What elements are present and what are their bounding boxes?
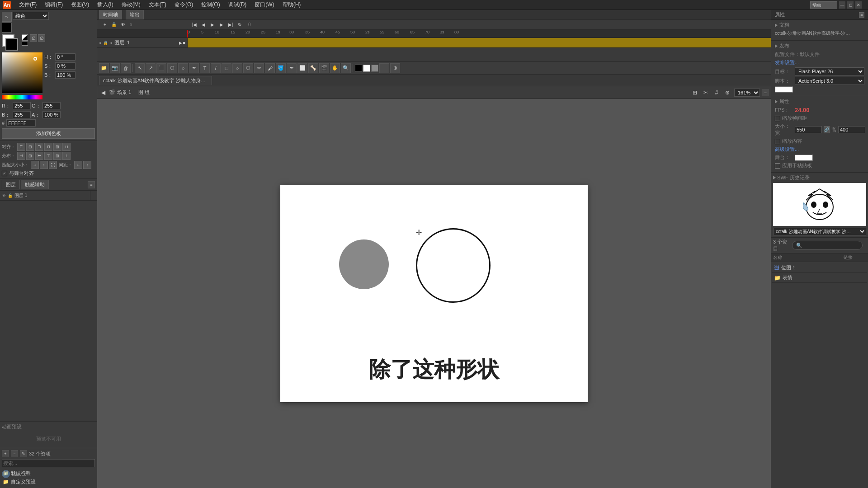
tab-layers[interactable]: 图层 (2, 180, 20, 189)
swap-colors-btn[interactable] (22, 34, 28, 41)
lock-all-btn[interactable]: 🔒 (110, 21, 118, 29)
menu-debug[interactable]: 调试(D) (225, 0, 250, 9)
hand-btn[interactable]: ✋ (330, 63, 340, 73)
snap-icon[interactable]: ⊕ (722, 88, 732, 98)
match-h[interactable]: ↕ (40, 161, 48, 169)
align-center-v[interactable]: ⊞ (53, 143, 61, 151)
hide-all-btn[interactable]: 👁 (119, 21, 127, 29)
zoom-out-btn[interactable]: − (762, 89, 769, 96)
fill-style-none[interactable]: ∅ (30, 34, 37, 42)
select-tool-btn[interactable]: ↖ (135, 63, 145, 73)
color-white-btn[interactable] (363, 65, 370, 72)
g-input[interactable] (42, 102, 61, 109)
menu-help[interactable]: 帮助(H) (279, 0, 305, 9)
right-panel-options[interactable]: ≡ (859, 12, 864, 18)
script-select[interactable]: ActionScript 3.0 (795, 77, 864, 85)
menu-edit[interactable]: 编辑(E) (41, 0, 66, 9)
poly-btn[interactable]: ⬡ (243, 63, 253, 73)
add-color-button[interactable]: 添加到色板 (2, 128, 95, 139)
track-stop-icon[interactable]: ■ (183, 41, 185, 45)
menu-modify[interactable]: 修改(M) (118, 0, 144, 9)
eraser-btn[interactable]: ⬜ (297, 63, 307, 73)
forward-btn[interactable]: ▶| (226, 21, 235, 29)
gradient-transform-btn[interactable]: ⬡ (167, 63, 177, 73)
menu-view[interactable]: 视图(V) (67, 0, 93, 9)
dist-bottom[interactable]: ⊥ (62, 152, 71, 160)
target-select[interactable]: Flash Player 26 (795, 67, 864, 75)
lib-add-btn[interactable]: + (2, 450, 9, 457)
advanced-settings-link[interactable]: 高级设置... (775, 146, 799, 153)
menu-file[interactable]: 文件(F) (15, 0, 40, 9)
rect-btn[interactable]: □ (222, 63, 231, 73)
menu-command[interactable]: 命令(O) (171, 0, 197, 9)
brush-btn[interactable]: 🖌 (265, 63, 275, 73)
subselect-btn[interactable]: ↗ (146, 63, 156, 73)
b-input[interactable] (55, 71, 75, 79)
color-black-btn[interactable] (355, 65, 362, 72)
bone-btn[interactable]: 🦴 (308, 63, 318, 73)
paintbucket-btn[interactable]: 🪣 (276, 63, 286, 73)
match-both[interactable]: ⛶ (49, 161, 57, 169)
zoom-tool-btn[interactable]: 🔍 (341, 63, 351, 73)
text-btn[interactable]: T (200, 63, 210, 73)
clip-btn[interactable]: ✂ (701, 88, 711, 98)
match-w[interactable]: ↔ (31, 161, 39, 169)
fill-color-swatch[interactable] (5, 38, 18, 51)
publish-settings-link[interactable]: 发布设置... (775, 59, 799, 66)
fill-color-btn[interactable] (2, 23, 12, 33)
lib-bitmap-item[interactable]: 🖼 位图 1 (772, 263, 867, 273)
stage-align-checkbox[interactable]: ✓ (2, 171, 7, 176)
zoom-select[interactable]: 161% (734, 89, 760, 97)
stage-color-swatch[interactable] (795, 155, 813, 161)
swf-file-select[interactable]: cctalk-沙雕动画AN软件调试教学-沙… (773, 228, 866, 235)
output-tab[interactable]: 输出 (126, 10, 144, 19)
menu-insert[interactable]: 插入(I) (94, 0, 117, 9)
track-play-icon[interactable]: ▶ (179, 41, 182, 45)
snap-pixels-checkbox[interactable] (775, 116, 780, 121)
scene-back-btn[interactable]: ◀ (99, 89, 107, 97)
h-input[interactable] (55, 53, 75, 61)
dist-left[interactable]: ⊣ (17, 152, 25, 160)
snap-btn[interactable]: ⊕ (390, 63, 400, 73)
active-file-tab[interactable]: cctalk-沙雕动画AN软件高级教字-沙雕人物身体画法1.fla* ✕ (99, 76, 212, 85)
maximize-btn[interactable]: ◻ (847, 1, 854, 9)
menu-control[interactable]: 控制(O) (198, 0, 223, 9)
layers-options-btn[interactable]: ≡ (88, 181, 95, 188)
lib-emotion-item[interactable]: 📁 表情 (772, 273, 867, 283)
fit-screen-btn[interactable]: ⊞ (690, 88, 700, 98)
add-layer-btn[interactable]: + (101, 21, 109, 29)
dist-center-h[interactable]: ⊞ (26, 152, 34, 160)
menu-window[interactable]: 窗口(W) (251, 0, 278, 9)
r-input[interactable] (13, 102, 31, 109)
select-tool[interactable]: ↖ (2, 12, 12, 22)
b2-input[interactable] (13, 111, 31, 118)
play-btn[interactable]: ▶ (208, 21, 217, 29)
s-input[interactable] (55, 62, 75, 70)
grid-btn[interactable]: # (712, 88, 722, 98)
space-v[interactable]: ↕ (83, 161, 91, 169)
color-mode-select[interactable]: 纯色 (13, 12, 49, 20)
lib-item-custom[interactable]: 📁 自定义预设 (2, 478, 95, 486)
width-input[interactable] (795, 126, 822, 133)
publish-color-swatch[interactable] (775, 86, 793, 93)
a-input[interactable] (42, 111, 61, 118)
ink-btn[interactable]: ✒ (287, 63, 297, 73)
dist-center-v[interactable]: ⊞ (53, 152, 61, 160)
hue-bar[interactable] (2, 95, 42, 99)
link-dimensions-btn[interactable]: 🔗 (824, 126, 830, 133)
apply-paste-checkbox[interactable] (775, 163, 780, 169)
pen-btn[interactable]: ✒ (189, 63, 199, 73)
line-btn[interactable]: / (211, 63, 221, 73)
align-top[interactable]: ⊓ (44, 143, 52, 151)
minimize-btn[interactable]: — (839, 1, 845, 9)
stage-align-option[interactable]: ✓ 与舞台对齐 (2, 170, 95, 177)
lib-right-search-input[interactable] (792, 241, 863, 250)
align-left[interactable]: ⊏ (17, 143, 25, 151)
timeline-tab[interactable]: 时间轴 (99, 10, 122, 19)
stroke-style-none[interactable]: ∅ (38, 34, 45, 42)
tab-motion[interactable]: 触感辅助 (21, 180, 49, 189)
hex-input[interactable] (6, 119, 36, 127)
oval-btn[interactable]: ○ (232, 63, 242, 73)
color-swatch2[interactable] (371, 65, 378, 72)
align-right[interactable]: ⊐ (35, 143, 43, 151)
